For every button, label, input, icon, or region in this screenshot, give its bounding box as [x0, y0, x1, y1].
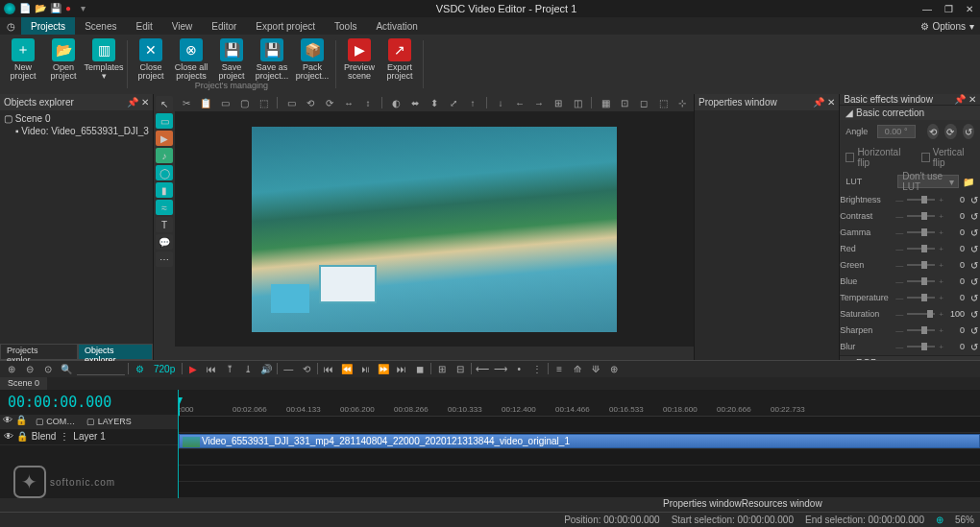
slider-reset-icon[interactable]: ↺: [968, 293, 980, 303]
panel-tab[interactable]: Properties window: [663, 498, 742, 512]
toolbar-button[interactable]: ⟲: [303, 96, 318, 109]
menu-tab-view[interactable]: View: [162, 17, 203, 35]
toolbar-button[interactable]: ↑: [465, 96, 480, 109]
blur-slider[interactable]: [907, 346, 935, 347]
saturation-slider[interactable]: [907, 313, 935, 315]
panel-tab[interactable]: Resources window: [742, 498, 822, 512]
toolbar-button[interactable]: ↓: [493, 96, 508, 109]
lut-browse-icon[interactable]: 📁: [963, 177, 974, 187]
playback-button[interactable]: ⤓: [240, 362, 256, 375]
contrast-slider[interactable]: [907, 215, 935, 217]
slider-reset-icon[interactable]: ↺: [968, 309, 980, 320]
export-project-button[interactable]: ↗Exportproject: [380, 36, 419, 81]
toolbar-button[interactable]: →: [531, 96, 547, 109]
close-all-button[interactable]: ⊗Close allprojects: [172, 36, 210, 81]
toolbar-button[interactable]: ⬚: [256, 96, 271, 109]
rgb-curves-section[interactable]: ◢ RGB curves: [840, 355, 980, 360]
qat-save-icon[interactable]: 💾: [50, 3, 61, 14]
menu-tab-projects[interactable]: Projects: [21, 17, 75, 35]
playback-button[interactable]: •: [511, 362, 527, 375]
resolution-value[interactable]: 720p: [150, 364, 179, 374]
pin-icon[interactable]: 📌 ✕: [813, 97, 835, 108]
zoom-fit-icon[interactable]: ⊙: [40, 362, 56, 375]
layer-lane[interactable]: [179, 417, 980, 433]
close-button[interactable]: ✕: [963, 4, 976, 14]
pack-project-button[interactable]: 📦Packproject...: [293, 36, 331, 81]
menu-tab-scenes[interactable]: Scenes: [75, 17, 126, 35]
tree-node[interactable]: ▢ Scene 0: [4, 112, 149, 125]
options-button[interactable]: ⚙ Options ▾: [915, 17, 980, 35]
playback-button[interactable]: ▶: [185, 362, 201, 375]
toolbar-button[interactable]: ←: [512, 96, 527, 109]
red-slider[interactable]: [907, 248, 935, 250]
toolbar-button[interactable]: ⬌: [407, 96, 423, 109]
toolbar-button[interactable]: ⊡: [617, 96, 632, 109]
toolbar-button[interactable]: ↕: [360, 96, 376, 109]
qat-new-icon[interactable]: 📄: [19, 3, 31, 14]
menu-tab-editor[interactable]: Editor: [202, 17, 246, 35]
playback-button[interactable]: ⤒: [222, 362, 237, 375]
sharpen-slider[interactable]: [907, 329, 935, 331]
tool-note-button[interactable]: ♪: [156, 148, 173, 163]
tool-more-button[interactable]: ⋯: [156, 252, 173, 267]
zoom-slider[interactable]: [77, 362, 125, 375]
new-project-button[interactable]: ＋Newproject: [4, 36, 42, 81]
zoom-out-icon[interactable]: ⊖: [22, 362, 37, 375]
rotate-cw-button[interactable]: ⟳: [944, 124, 956, 139]
zoom-target-icon[interactable]: ⊕: [936, 515, 943, 525]
angle-input[interactable]: [877, 125, 916, 138]
toolbar-button[interactable]: 📋: [198, 96, 213, 109]
toolbar-button[interactable]: ◫: [570, 96, 585, 109]
video-clip[interactable]: Video_6553931_DJI_331_mp4_281140804_2200…: [179, 434, 980, 448]
menu-tab-tools[interactable]: Tools: [325, 17, 366, 35]
tree-node[interactable]: ▪ Video: Video_6553931_DJI_3…: [4, 125, 149, 137]
save-as-button[interactable]: 💾Save asproject...: [253, 36, 291, 81]
panel-tab[interactable]: Projects explor…: [0, 344, 78, 360]
playback-button[interactable]: ⏮: [321, 362, 336, 375]
vflip-check[interactable]: Vertical flip: [921, 147, 974, 168]
video-preview[interactable]: [252, 127, 617, 332]
tool-text-button[interactable]: T: [156, 217, 173, 232]
lut-dropdown[interactable]: Don't use LUT▾: [897, 175, 959, 188]
resolution-gear-icon[interactable]: ⚙: [132, 362, 147, 375]
playback-button[interactable]: ⟰: [570, 362, 585, 375]
playback-button[interactable]: ⟶: [493, 362, 508, 375]
qat-record-icon[interactable]: ●: [65, 3, 77, 14]
tool-rect-button[interactable]: ▭: [156, 113, 173, 129]
playback-button[interactable]: ⏪: [339, 362, 355, 375]
pin-icon[interactable]: 📌 ✕: [954, 94, 976, 105]
scene-tab[interactable]: Scene 0: [0, 377, 47, 390]
playback-button[interactable]: ⟲: [299, 362, 314, 375]
qat-dropdown-icon[interactable]: ▾: [81, 3, 92, 14]
toolbar-button[interactable]: ▦: [598, 96, 613, 109]
toolbar-button[interactable]: ↔: [341, 96, 356, 109]
tool-arrow-button[interactable]: ↖: [156, 96, 173, 111]
tool-shape-button[interactable]: ◯: [156, 165, 173, 180]
zoom-in2-icon[interactable]: 🔍: [59, 362, 74, 375]
toolbar-button[interactable]: ▢: [236, 96, 252, 109]
panel-tab[interactable]: Objects explorer: [78, 344, 153, 360]
playback-button[interactable]: 🔊: [258, 362, 274, 375]
menu-tab-edit[interactable]: Edit: [126, 17, 161, 35]
tool-bars-button[interactable]: ▮: [156, 182, 173, 198]
slider-reset-icon[interactable]: ↺: [968, 325, 980, 336]
maximize-button[interactable]: ❐: [942, 4, 955, 14]
playback-button[interactable]: ⏭: [394, 362, 409, 375]
menu-tab-export-project[interactable]: Export project: [246, 17, 325, 35]
preview-scene-button[interactable]: ▶Previewscene: [340, 36, 379, 81]
green-slider[interactable]: [907, 264, 935, 266]
basic-correction-section[interactable]: ◢ Basic correction: [840, 105, 980, 120]
toolbar-button[interactable]: ⊞: [551, 96, 566, 109]
toolbar-button[interactable]: ◻: [636, 96, 651, 109]
toolbar-button[interactable]: ▭: [283, 96, 299, 109]
slider-reset-icon[interactable]: ↺: [968, 342, 980, 352]
playback-button[interactable]: ⏩: [376, 362, 391, 375]
toolbar-button[interactable]: ⬚: [655, 96, 671, 109]
tool-arrow2-button[interactable]: ▶: [156, 131, 173, 146]
layer-tab[interactable]: ▢ LAYERS: [81, 415, 136, 429]
slider-reset-icon[interactable]: ↺: [968, 228, 980, 238]
playback-button[interactable]: ⏮: [204, 362, 219, 375]
rotate-ccw-button[interactable]: ⟲: [927, 124, 939, 139]
pin-icon[interactable]: 📌 ✕: [127, 97, 149, 108]
playback-button[interactable]: —: [281, 362, 296, 375]
